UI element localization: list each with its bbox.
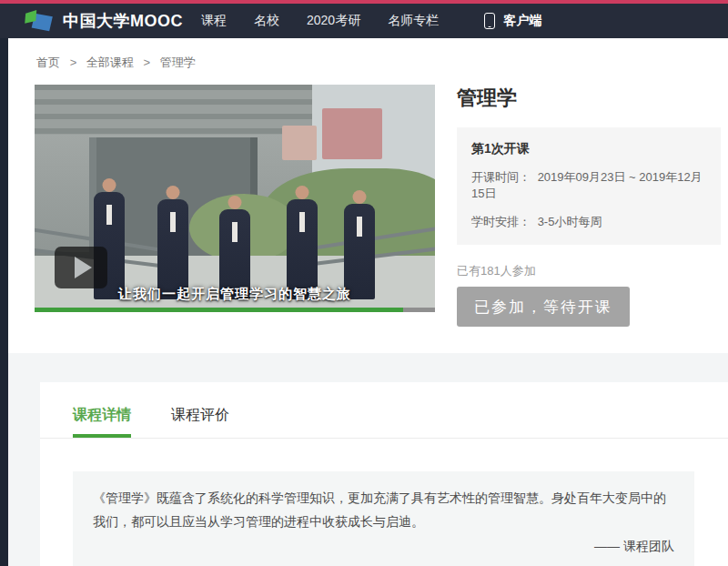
nav-item-kaoyan[interactable]: 2020考研 (307, 13, 360, 29)
course-description-box: 《管理学》既蕴含了系统化的科学管理知识，更加充满了具有艺术性的管理智慧。身处百年… (73, 471, 694, 566)
top-navigation-bar: 中国大学MOOC 课程 名校 2020考研 名师专栏 客户端 (0, 4, 728, 38)
course-info-panel: 管理学 第1次开课 开课时间： 2019年09月23日 ~ 2019年12月15… (457, 85, 721, 327)
course-intro-video[interactable]: 让我们一起开启管理学习的智慧之旅 (35, 85, 435, 312)
breadcrumb-current: 管理学 (160, 56, 196, 69)
course-session-box: 第1次开课 开课时间： 2019年09月23日 ~ 2019年12月15日 学时… (457, 127, 721, 245)
enroll-status-button[interactable]: 已参加，等待开课 (457, 287, 630, 327)
nav-item-courses[interactable]: 课程 (201, 13, 227, 29)
course-description-attribution: —— 课程团队 (93, 539, 674, 555)
client-label: 客户端 (503, 13, 541, 29)
video-progress-fill (35, 308, 403, 312)
play-button[interactable] (55, 247, 107, 288)
hours-value: 3-5小时每周 (538, 215, 602, 228)
video-progress-bar[interactable] (35, 308, 435, 312)
schedule-label: 开课时间： (471, 170, 531, 184)
brand-name: 中国大学MOOC (63, 10, 183, 32)
nav-item-schools[interactable]: 名校 (254, 13, 279, 29)
hours-row: 学时安排： 3-5小时每周 (471, 214, 706, 230)
client-app-link[interactable]: 客户端 (484, 13, 541, 29)
detail-card: 课程详情 课程评价 《管理学》既蕴含了系统化的科学管理知识，更加充满了具有艺术性… (40, 382, 728, 566)
breadcrumb-separator: > (143, 56, 150, 69)
course-title: 管理学 (457, 85, 721, 112)
mooc-book-icon (24, 9, 55, 33)
breadcrumb-home[interactable]: 首页 (36, 56, 60, 69)
tab-course-reviews[interactable]: 课程评价 (171, 406, 229, 438)
breadcrumb-all-courses[interactable]: 全部课程 (86, 56, 134, 69)
phone-icon (484, 13, 495, 29)
course-description-text: 《管理学》既蕴含了系统化的科学管理知识，更加充满了具有艺术性的管理智慧。身处百年… (93, 486, 674, 533)
main-nav: 课程 名校 2020考研 名师专栏 (201, 13, 439, 29)
detail-tabs: 课程详情 课程评价 (40, 382, 728, 439)
breadcrumb-separator: > (70, 56, 77, 69)
brand-color-strip (0, 0, 728, 4)
site-logo[interactable]: 中国大学MOOC (24, 9, 183, 33)
schedule-row: 开课时间： 2019年09月23日 ~ 2019年12月15日 (471, 169, 706, 202)
left-edge-strip (0, 38, 8, 566)
breadcrumb: 首页 > 全部课程 > 管理学 (36, 55, 196, 71)
tab-course-details[interactable]: 课程详情 (73, 406, 131, 438)
hours-label: 学时安排： (471, 215, 531, 228)
course-detail-section: 课程详情 课程评价 《管理学》既蕴含了系统化的科学管理知识，更加充满了具有艺术性… (8, 353, 728, 566)
play-icon (75, 257, 92, 278)
enrolled-count: 已有181人参加 (457, 263, 721, 279)
nav-item-teachers[interactable]: 名师专栏 (388, 13, 439, 29)
session-label: 第1次开课 (471, 141, 706, 157)
